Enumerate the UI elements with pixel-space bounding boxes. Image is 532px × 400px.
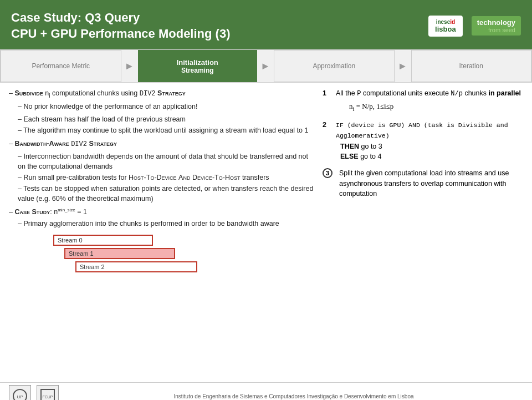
technology-logo: technology from seed	[472, 16, 521, 36]
right-item-3: 3 Split the given computational load int…	[323, 168, 523, 198]
pipeline-bar: Performance Metric ► Initialization Stre…	[0, 49, 532, 83]
bandwidth-bullets: Interconnection bandwidth depends on the…	[9, 151, 314, 204]
pipeline-step-initialization: Initialization Streaming	[138, 50, 258, 82]
right-column: 1 All the P computational units execute …	[323, 88, 523, 379]
pipeline-step-performance: Performance Metric	[1, 50, 121, 82]
header: Case Study: Q3 Query CPU + GPU Performan…	[0, 0, 532, 49]
stream-0-bar: Stream 0	[53, 235, 153, 246]
logo-area: inescid lisboa technology from seed	[428, 16, 521, 37]
list-item: Each stream has half the load of the pre…	[18, 114, 314, 124]
stream-bullets: Each stream has half the load of the pre…	[9, 114, 314, 135]
institute-text: Instituto de Engenharia de Sistemas e Co…	[64, 393, 523, 399]
svg-text:FCUP: FCUP	[42, 395, 53, 399]
stream-2-bar: Stream 2	[75, 261, 197, 272]
svg-text:UP: UP	[17, 394, 23, 399]
page-title: Case Study: Q3 Query CPU + GPU Performan…	[11, 10, 230, 42]
list-item: Interconnection bandwidth depends on the…	[18, 151, 314, 171]
inesc-logo: inescid lisboa	[428, 16, 463, 37]
footer-logos: UP FCUP Instituto de Engenharia de Siste…	[0, 382, 532, 400]
pipeline-step-approximation: Approximation	[274, 50, 395, 82]
main-content: – Subdivide ni computational chunks usin…	[0, 83, 532, 382]
streams-diagram: Stream 0 Stream 1 Stream 2	[9, 235, 314, 272]
list-item: The algorithm may continue to split the …	[18, 125, 314, 135]
right-item-1: 1 All the P computational units execute …	[323, 88, 523, 113]
logo-box-2: FCUP	[37, 385, 59, 400]
stream-1-bar: Stream 1	[64, 248, 175, 259]
pipeline-arrow-3: ►	[395, 60, 411, 72]
left-column: – Subdivide ni computational chunks usin…	[9, 88, 314, 379]
logo-box-1: UP	[9, 385, 31, 400]
list-item: Run small pre-calibration tests for Host…	[18, 173, 314, 183]
right-item-2: 2 IF (device is GPU) AND (task is Divisi…	[323, 120, 523, 162]
list-item: Tests can be stopped when saturation poi…	[18, 184, 314, 204]
pipeline-arrow-2: ►	[257, 60, 274, 72]
pipeline-step-iteration: Iteration	[411, 50, 532, 82]
pipeline-arrow-1: ►	[121, 60, 138, 72]
